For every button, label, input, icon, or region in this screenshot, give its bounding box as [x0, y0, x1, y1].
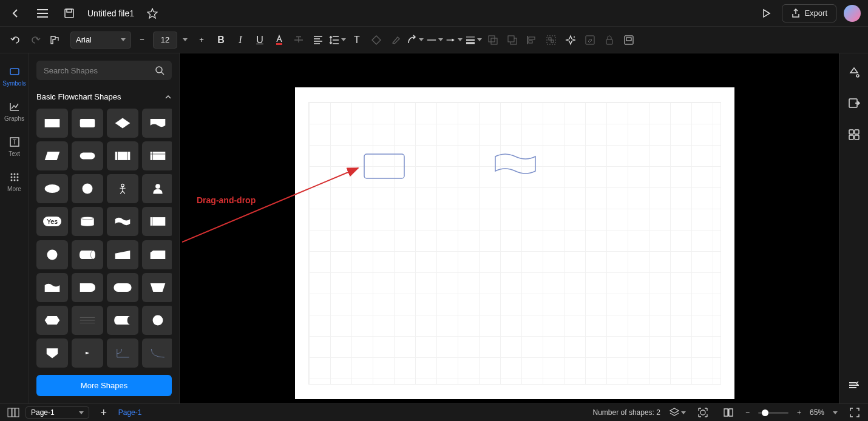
- shape-fill-button[interactable]: [368, 32, 385, 49]
- add-page-button[interactable]: +: [95, 404, 112, 421]
- shape-card[interactable]: [142, 207, 172, 236]
- canvas-shape-rect[interactable]: [364, 153, 405, 179]
- send-backward-button[interactable]: [484, 32, 501, 49]
- line-spacing-button[interactable]: [329, 32, 346, 49]
- shape-display[interactable]: [107, 273, 138, 302]
- shape-preparation[interactable]: [36, 306, 68, 335]
- shape-axis[interactable]: [107, 338, 138, 368]
- shape-card-corner[interactable]: [142, 240, 172, 269]
- shape-process[interactable]: [36, 109, 68, 138]
- italic-button[interactable]: I: [232, 32, 249, 49]
- shape-actor[interactable]: [107, 174, 138, 203]
- shape-direct-data[interactable]: [72, 240, 103, 269]
- zoom-value[interactable]: 65%: [810, 408, 824, 417]
- shape-lines[interactable]: [72, 306, 103, 335]
- zoom-slider[interactable]: [758, 412, 788, 414]
- font-size-dropdown[interactable]: [180, 32, 191, 49]
- shape-ellipse[interactable]: [36, 174, 68, 203]
- shape-connector[interactable]: [36, 240, 68, 269]
- align-objects-button[interactable]: [523, 32, 540, 49]
- shape-terminator[interactable]: [72, 141, 103, 170]
- file-title[interactable]: Untitled file1: [87, 8, 134, 18]
- font-size-input[interactable]: 12: [153, 32, 177, 49]
- zoom-thumb[interactable]: [762, 409, 768, 416]
- back-button[interactable]: [7, 5, 24, 22]
- menu-button[interactable]: [34, 5, 51, 22]
- shapes-section-header[interactable]: Basic Flowchart Shapes: [36, 87, 172, 106]
- shape-database[interactable]: [72, 207, 103, 236]
- export-button[interactable]: Export: [782, 4, 836, 22]
- font-family-select[interactable]: Arial: [70, 32, 131, 49]
- layers-panel-button[interactable]: [846, 377, 863, 394]
- shape-circle[interactable]: [72, 174, 103, 203]
- play-button[interactable]: [758, 5, 775, 22]
- ai-button[interactable]: [562, 32, 579, 49]
- zoom-chevron-icon[interactable]: [833, 411, 838, 414]
- save-icon[interactable]: [61, 5, 78, 22]
- favorite-button[interactable]: [144, 5, 161, 22]
- avatar[interactable]: [844, 5, 861, 22]
- arrow-style-button[interactable]: [446, 32, 463, 49]
- shape-offpage[interactable]: [36, 338, 68, 368]
- shape-user[interactable]: [142, 174, 172, 203]
- line-style-button[interactable]: [426, 32, 443, 49]
- shape-wave[interactable]: [36, 273, 68, 302]
- group-button[interactable]: [543, 32, 560, 49]
- fullscreen-button[interactable]: [846, 404, 863, 421]
- rail-symbols[interactable]: Symbols: [0, 58, 29, 93]
- format-painter-button[interactable]: [46, 32, 63, 49]
- layers-button[interactable]: [669, 404, 686, 421]
- highlight-button[interactable]: [387, 32, 404, 49]
- reading-mode-button[interactable]: [720, 404, 737, 421]
- page-select[interactable]: Page-1: [25, 406, 89, 419]
- text-tool-button[interactable]: T: [348, 32, 365, 49]
- shape-tape[interactable]: [107, 207, 138, 236]
- shape-internal-storage[interactable]: [142, 141, 172, 170]
- lock-button[interactable]: [601, 32, 618, 49]
- shape-manual-op[interactable]: [142, 273, 172, 302]
- zoom-in-button[interactable]: +: [797, 408, 801, 417]
- rail-more[interactable]: More: [0, 164, 29, 199]
- zoom-out-button[interactable]: −: [745, 408, 750, 417]
- canvas[interactable]: Drag-and-drop: [180, 53, 839, 403]
- shape-delay[interactable]: [72, 273, 103, 302]
- bold-button[interactable]: B: [212, 32, 229, 49]
- more-shapes-button[interactable]: More Shapes: [36, 375, 172, 396]
- shape-data[interactable]: [36, 141, 68, 170]
- shape-stored-data[interactable]: [107, 306, 138, 335]
- increase-font-button[interactable]: +: [193, 32, 210, 49]
- shape-collapsed[interactable]: [72, 338, 103, 368]
- line-weight-button[interactable]: [465, 32, 482, 49]
- shape-document[interactable]: [142, 109, 172, 138]
- rail-graphs[interactable]: Graphs: [0, 93, 29, 129]
- container-button[interactable]: [620, 32, 637, 49]
- text-color-button[interactable]: [271, 32, 288, 49]
- redo-button[interactable]: [27, 32, 44, 49]
- shape-curve[interactable]: [142, 338, 172, 368]
- shape-predefined[interactable]: [107, 141, 138, 170]
- align-button[interactable]: [310, 32, 327, 49]
- undo-button[interactable]: [7, 32, 24, 49]
- apps-panel-button[interactable]: [846, 126, 863, 143]
- bring-forward-button[interactable]: [504, 32, 521, 49]
- decrease-font-button[interactable]: −: [134, 32, 151, 49]
- shape-manual-input[interactable]: [107, 240, 138, 269]
- shape-rounded-rect[interactable]: [72, 109, 103, 138]
- rail-text[interactable]: T Text: [0, 129, 29, 164]
- page-tab[interactable]: Page-1: [112, 408, 148, 417]
- focus-button[interactable]: [694, 404, 711, 421]
- shape-circle2[interactable]: [142, 306, 172, 335]
- underline-button[interactable]: U: [251, 32, 268, 49]
- pages-panel-button[interactable]: [5, 404, 22, 421]
- search-shapes-input[interactable]: Search Shapes: [36, 61, 172, 80]
- connector-button[interactable]: [407, 32, 424, 49]
- export-panel-button[interactable]: [846, 95, 863, 112]
- edit-button[interactable]: [581, 32, 598, 49]
- fill-panel-button[interactable]: [846, 63, 863, 80]
- shape-decision[interactable]: [107, 109, 138, 138]
- canvas-shape-wave[interactable]: [495, 153, 536, 175]
- chevron-up-icon: [164, 93, 172, 101]
- shape-annotation[interactable]: Yes: [36, 207, 68, 236]
- strikethrough-button[interactable]: T: [290, 32, 307, 49]
- yes-label: Yes: [43, 217, 61, 226]
